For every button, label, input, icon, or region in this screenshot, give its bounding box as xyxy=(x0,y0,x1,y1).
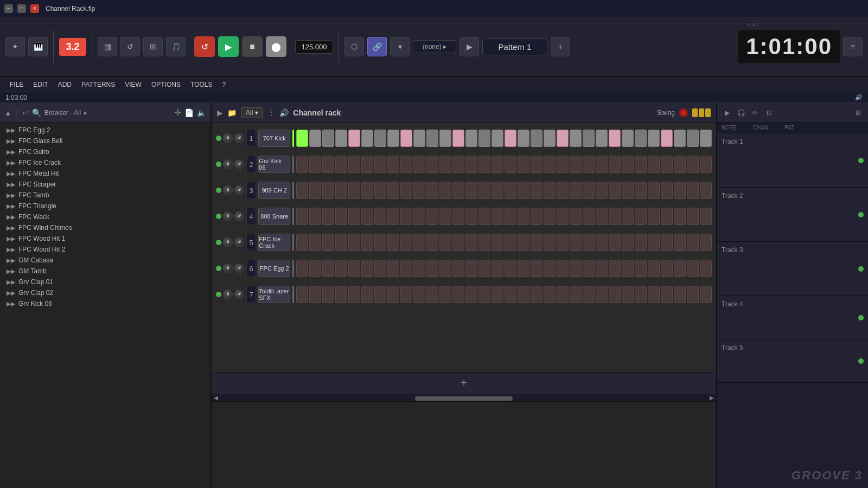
mixer-btn[interactable]: ≡ xyxy=(843,37,863,56)
step-button[interactable] xyxy=(465,208,477,225)
step-button[interactable] xyxy=(478,208,490,225)
step-button[interactable] xyxy=(478,130,490,147)
step-button[interactable] xyxy=(322,208,334,225)
view-btn-1[interactable] xyxy=(692,108,698,117)
step-button[interactable] xyxy=(335,182,347,199)
step-button[interactable] xyxy=(322,286,334,303)
browser-item[interactable]: ▶▶FPC Glass Bell xyxy=(0,136,210,146)
pl-pen-btn[interactable]: ✏ xyxy=(750,107,761,118)
step-button[interactable] xyxy=(661,286,673,303)
step-button[interactable] xyxy=(309,156,321,173)
step-button[interactable] xyxy=(296,260,308,277)
step-button[interactable] xyxy=(518,156,529,173)
browser-item[interactable]: ▶▶FPC Wind Chimes xyxy=(0,222,210,233)
step-button[interactable] xyxy=(622,260,634,277)
step-button[interactable] xyxy=(335,156,347,173)
step-button[interactable] xyxy=(570,260,582,277)
menu-file[interactable]: FILE xyxy=(5,80,28,89)
step-button[interactable] xyxy=(505,286,516,303)
step-button[interactable] xyxy=(674,182,686,199)
menu-view[interactable]: VIEW xyxy=(120,80,146,89)
menu-tools[interactable]: TOOLS xyxy=(186,80,216,89)
step-button[interactable] xyxy=(452,260,464,277)
step-button[interactable] xyxy=(400,260,412,277)
step-button[interactable] xyxy=(609,208,621,225)
step-button[interactable] xyxy=(531,130,542,147)
step-button[interactable] xyxy=(687,208,699,225)
browser-item[interactable]: ▶▶FPC Wack xyxy=(0,211,210,222)
step-button[interactable] xyxy=(492,182,503,199)
step-button[interactable] xyxy=(296,182,308,199)
step-button[interactable] xyxy=(674,156,686,173)
step-button[interactable] xyxy=(452,208,464,225)
step-button[interactable] xyxy=(348,234,360,251)
step-button[interactable] xyxy=(531,182,542,199)
channel-menu-btn[interactable]: ⋮ xyxy=(267,108,275,117)
step-button[interactable] xyxy=(505,156,516,173)
step-button[interactable] xyxy=(570,208,582,225)
menu-edit[interactable]: EDIT xyxy=(29,80,52,89)
step-button[interactable] xyxy=(648,208,660,225)
step-button[interactable] xyxy=(374,156,386,173)
step-button[interactable] xyxy=(387,234,399,251)
step-button[interactable] xyxy=(296,234,308,251)
step-button[interactable] xyxy=(596,286,608,303)
browser-item[interactable]: ▶▶Grv Clap 02 xyxy=(0,287,210,298)
step-button[interactable] xyxy=(426,260,438,277)
step-button[interactable] xyxy=(361,182,373,199)
step-button[interactable] xyxy=(478,234,490,251)
scroll-left-btn[interactable]: ◀ xyxy=(214,395,218,401)
browser-item[interactable]: ▶▶FPC Ice Crack xyxy=(0,157,210,168)
channel-name[interactable]: FPC Ice Crack xyxy=(258,234,290,251)
channel-name[interactable]: 808 Snare xyxy=(258,208,290,225)
browser-volume-icon[interactable]: 🔈 xyxy=(197,108,206,117)
step-button[interactable] xyxy=(492,156,503,173)
step-button[interactable] xyxy=(296,130,308,147)
h-scroll-thumb[interactable] xyxy=(415,396,513,401)
stop-button[interactable]: ■ xyxy=(242,36,263,57)
channel-collapse-btn[interactable]: ▶ xyxy=(217,108,223,117)
step-button[interactable] xyxy=(478,286,490,303)
browser-item[interactable]: ▶▶Grv Kick 06 xyxy=(0,298,210,309)
browser-item[interactable]: ▶▶Grv Clap 01 xyxy=(0,277,210,287)
browser-item[interactable]: ▶▶FPC Scraper xyxy=(0,179,210,190)
step-button[interactable] xyxy=(348,260,360,277)
pl-grid-btn[interactable]: ⊞ xyxy=(853,107,864,118)
channel-name[interactable]: 707 Kick xyxy=(258,130,290,147)
step-button[interactable] xyxy=(583,208,595,225)
step-button[interactable] xyxy=(348,130,360,147)
step-button[interactable] xyxy=(583,156,595,173)
step-button[interactable] xyxy=(335,286,347,303)
step-button[interactable] xyxy=(348,286,360,303)
step-button[interactable] xyxy=(622,208,634,225)
channel-led[interactable] xyxy=(216,292,221,297)
step-button[interactable] xyxy=(635,260,647,277)
dropdown-btn[interactable]: ▾ xyxy=(390,37,410,56)
channel-color-bar[interactable] xyxy=(292,208,294,225)
menu-add[interactable]: ADD xyxy=(54,80,76,89)
step-button[interactable] xyxy=(531,208,542,225)
step-button[interactable] xyxy=(439,234,451,251)
step-button[interactable] xyxy=(505,234,516,251)
step-button[interactable] xyxy=(439,208,451,225)
step-button[interactable] xyxy=(687,130,699,147)
step-button[interactable] xyxy=(492,234,503,251)
filter-dropdown[interactable]: All ▾ xyxy=(241,107,263,118)
pl-arrow-btn[interactable]: ▶ xyxy=(722,107,732,118)
browser-cursor-icon[interactable]: ✛ xyxy=(174,107,181,118)
step-button[interactable] xyxy=(400,234,412,251)
browser-item[interactable]: ▶▶GM Tamb xyxy=(0,266,210,277)
channel-name[interactable]: Grv Kick 06 xyxy=(258,156,290,173)
step-button[interactable] xyxy=(400,286,412,303)
channel-volume-knob[interactable] xyxy=(223,264,233,273)
step-button[interactable] xyxy=(387,182,399,199)
channel-color-bar[interactable] xyxy=(292,234,294,251)
browser-nav-back[interactable]: ↩ xyxy=(22,108,29,117)
step-button[interactable] xyxy=(674,286,686,303)
step-button[interactable] xyxy=(531,234,542,251)
step-button[interactable] xyxy=(609,130,621,147)
step-button[interactable] xyxy=(505,130,516,147)
step-button[interactable] xyxy=(557,234,569,251)
step-button[interactable] xyxy=(439,156,451,173)
view-btn-3[interactable] xyxy=(705,108,711,117)
